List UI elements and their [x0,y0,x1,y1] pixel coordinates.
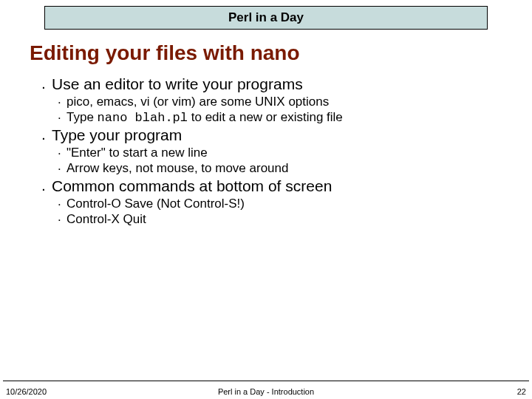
text-prefix: Type [66,110,98,124]
bullet-text: Type nano blah.pl to edit a new or exist… [66,110,502,125]
header-bar: Perl in a Day [44,6,488,30]
bullet-text: "Enter" to start a new line [66,146,502,160]
sub-bullet-item: · Control-X Quit [58,212,502,227]
bullet-dot-icon: · [41,126,52,145]
slide-title: Editing your files with nano [30,41,532,65]
bullet-item: · Common commands at bottom of screen [41,177,502,196]
bullet-dot-icon: · [58,95,66,109]
header-text: Perl in a Day [228,10,304,24]
footer-title: Perl in a Day - Introduction [3,387,529,396]
bullet-dot-icon: · [41,177,52,196]
slide-content: · Use an editor to write your programs ·… [41,75,502,227]
bullet-dot-icon: · [58,161,66,176]
bullet-text: Control-O Save (Not Control-S!) [66,197,502,211]
sub-bullet-item: · pico, emacs, vi (or vim) are some UNIX… [58,95,502,109]
sub-bullet-item: · Type nano blah.pl to edit a new or exi… [58,110,502,125]
footer-inner: 10/26/2020 Perl in a Day - Introduction … [3,384,529,396]
footer: 10/26/2020 Perl in a Day - Introduction … [3,381,529,399]
sub-bullet-item: · Control-O Save (Not Control-S!) [58,197,502,211]
bullet-text: Arrow keys, not mouse, to move around [66,161,502,176]
bullet-dot-icon: · [58,110,66,125]
footer-page: 22 [517,387,526,396]
bullet-item: · Use an editor to write your programs [41,75,502,94]
bullet-dot-icon: · [41,75,52,94]
bullet-text: Use an editor to write your programs [52,75,502,94]
sub-bullet-item: · "Enter" to start a new line [58,146,502,160]
bullet-text: Type your program [52,126,502,145]
mono-text: nano blah.pl [98,111,188,125]
bullet-dot-icon: · [58,212,66,227]
sub-bullet-item: · Arrow keys, not mouse, to move around [58,161,502,176]
bullet-dot-icon: · [58,197,66,211]
bullet-text: pico, emacs, vi (or vim) are some UNIX o… [66,95,502,109]
text-suffix: to edit a new or existing file [188,110,343,124]
bullet-item: · Type your program [41,126,502,145]
bullet-dot-icon: · [58,146,66,160]
bullet-text: Common commands at bottom of screen [52,177,502,196]
bullet-text: Control-X Quit [66,212,502,227]
